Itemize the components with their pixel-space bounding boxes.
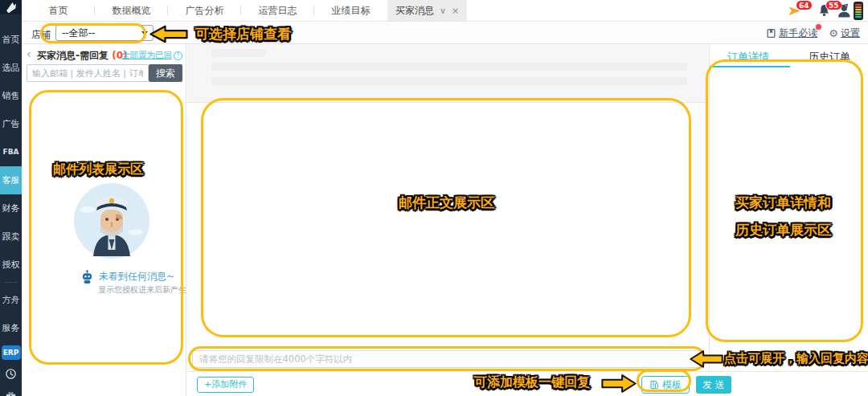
shop-select-value: --全部-- xyxy=(62,27,95,39)
app-logo[interactable] xyxy=(0,0,22,14)
shop-label: 店铺 xyxy=(31,28,51,42)
tab-buyer-messages-label: 买家消息 xyxy=(395,4,434,18)
tab-performance-target[interactable]: 业绩目标 xyxy=(314,0,387,21)
sidebar-items: 首页 选品 销售 广告 FBA 客服 财务 跟卖 授权 方舟 服务 ERP xyxy=(0,14,22,396)
send-button[interactable]: 发 送 xyxy=(696,376,731,394)
message-list-panel: ‹ 买家消息-需回复 (0) 全部置为已回 ! 搜索 xyxy=(22,44,186,396)
history-clock-icon[interactable] xyxy=(5,368,17,383)
search-row: 搜索 xyxy=(27,64,182,82)
tab-buyer-messages-active[interactable]: 买家消息 ∨ × xyxy=(387,0,467,21)
shop-select[interactable]: --全部-- xyxy=(55,25,154,41)
newbie-red-dot xyxy=(816,24,821,30)
tab-order-detail[interactable]: 订单详情 xyxy=(727,50,769,64)
tab-operation-log[interactable]: 运营日志 xyxy=(241,0,314,21)
skeleton-bar xyxy=(211,77,687,85)
chevron-down-icon[interactable]: ∨ xyxy=(440,6,446,16)
sidebar: 首页 选品 销售 广告 FBA 客服 财务 跟卖 授权 方舟 服务 ERP xyxy=(0,0,22,396)
sidebar-item-home[interactable]: 首页 xyxy=(0,26,22,54)
sidebar-item-ark[interactable]: 方舟 xyxy=(0,286,22,314)
toolbar-links: 新手必读 ⚙ 设置 xyxy=(766,27,860,40)
sidebar-item-authorization[interactable]: 授权 xyxy=(0,251,22,279)
sidebar-item-sales[interactable]: 销售 xyxy=(0,82,22,110)
sidebar-item-customer-service[interactable]: 客服 xyxy=(0,166,22,194)
flag-notification-badge: 64 xyxy=(796,0,813,10)
panel-title-text: 买家消息-需回复 xyxy=(37,50,108,61)
gear-icon: ⚙ xyxy=(829,27,838,39)
close-icon[interactable]: × xyxy=(452,6,459,16)
settings-link[interactable]: ⚙ 设置 xyxy=(829,27,860,40)
app-window: 首页 选品 销售 广告 FBA 客服 财务 跟卖 授权 方舟 服务 ERP 首页… xyxy=(0,0,868,396)
robot-icon xyxy=(80,269,94,284)
user-avatar-icon[interactable] xyxy=(836,2,851,19)
reply-action-bar: +添加附件 模板 发 送 xyxy=(186,371,868,396)
gift-icon[interactable] xyxy=(5,391,17,396)
back-chevron-icon[interactable]: ‹ xyxy=(27,47,31,60)
order-panel: 订单详情 历史订单 xyxy=(709,44,868,371)
template-button[interactable]: 模板 xyxy=(641,376,690,394)
sidebar-erp-badge[interactable]: ERP xyxy=(2,345,21,360)
sidebar-item-finance[interactable]: 财务 xyxy=(0,194,22,222)
sidebar-item-ads[interactable]: 广告 xyxy=(0,110,22,138)
template-doc-icon xyxy=(649,380,659,390)
template-button-label: 模板 xyxy=(662,378,682,392)
info-circle-icon[interactable]: ! xyxy=(174,51,182,60)
skeleton-bar xyxy=(211,49,266,57)
mail-header-skeleton xyxy=(187,44,708,103)
skeleton-bar xyxy=(211,63,687,71)
order-panel-tabs: 订单详情 历史订单 xyxy=(710,44,868,67)
tab-home[interactable]: 首页 xyxy=(22,0,95,21)
active-tab-underline xyxy=(710,66,790,67)
mark-all-replied-label: 全部置为已回 xyxy=(121,50,172,61)
settings-label: 设置 xyxy=(841,27,860,40)
empty-title-row: 未看到任何消息~ xyxy=(80,269,174,284)
newbie-guide-link[interactable]: 新手必读 xyxy=(766,27,817,40)
top-tab-bar: 首页 数据概览 广告分析 运营日志 业绩目标 买家消息 ∨ × 64 55 xyxy=(22,0,868,22)
captain-illustration xyxy=(72,181,152,261)
rocket-logo-icon xyxy=(4,0,18,14)
add-attachment-button[interactable]: +添加附件 xyxy=(197,377,254,393)
reply-input[interactable] xyxy=(192,350,703,368)
empty-title: 未看到任何消息~ xyxy=(99,270,174,284)
tab-ad-analysis[interactable]: 广告分析 xyxy=(168,0,241,21)
search-button[interactable]: 搜索 xyxy=(149,64,182,82)
sidebar-item-product-picking[interactable]: 选品 xyxy=(0,54,22,82)
newbie-guide-label: 新手必读 xyxy=(779,27,817,40)
search-input[interactable] xyxy=(27,64,149,82)
equalizer-avatar[interactable] xyxy=(854,2,863,20)
tab-order-history[interactable]: 历史订单 xyxy=(809,50,850,64)
sidebar-divider xyxy=(4,282,18,283)
tab-data-overview[interactable]: 数据概览 xyxy=(95,0,168,21)
sidebar-item-follow-sell[interactable]: 跟卖 xyxy=(0,222,22,251)
book-icon xyxy=(766,28,776,39)
message-list-header: ‹ 买家消息-需回复 (0) 全部置为已回 ! xyxy=(27,47,184,62)
sidebar-item-services[interactable]: 服务 xyxy=(0,314,22,342)
mark-all-replied-link[interactable]: 全部置为已回 ! xyxy=(121,50,182,61)
panel-title: 买家消息-需回复 (0) xyxy=(37,49,128,63)
topbar-icon-group: 64 55 xyxy=(788,0,868,22)
mail-body-panel xyxy=(186,44,709,396)
shop-toolbar: 店铺 --全部-- 新手必读 ⚙ 设置 xyxy=(22,22,868,44)
sidebar-item-fba[interactable]: FBA xyxy=(0,138,22,166)
